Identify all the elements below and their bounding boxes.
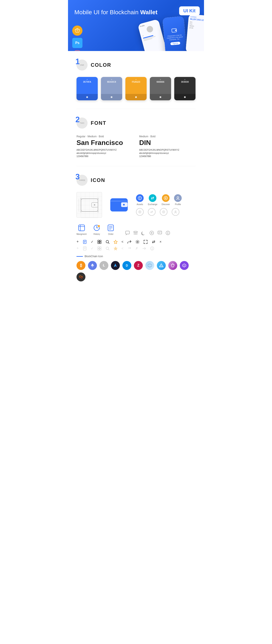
blockchain-label: BlockChain Icon	[76, 255, 196, 258]
moon-icon	[141, 230, 146, 235]
history-icon-item: ! History	[93, 224, 100, 235]
color-swatch-dark: # 303030	[174, 77, 196, 100]
discover-icon	[162, 194, 170, 202]
icon-section: 3 THREE ICON	[68, 166, 204, 290]
arrows-ghost-icon	[127, 246, 132, 250]
svg-point-36	[163, 212, 164, 212]
nav-icons-top-row: Assets Exchange Discover	[136, 194, 182, 206]
chat-bubble-icon	[125, 230, 130, 235]
sf-style-label: Regular · Medium · Bold	[76, 135, 133, 138]
font-grid: Regular · Medium · Bold San Francisco AB…	[76, 135, 196, 158]
dash-icon: D	[122, 261, 131, 270]
din-style-label: Medium · Bold	[139, 135, 196, 138]
profile-icon	[174, 194, 182, 202]
color-swatches: # 3574FA # 8DA0C8 # F5A623	[76, 77, 196, 100]
icon-section-header: 3 THREE ICON	[76, 175, 196, 186]
exchange-icon	[149, 194, 156, 202]
svg-point-17	[94, 204, 95, 206]
color-section-title: COLOR	[91, 62, 111, 68]
svg-rect-49	[126, 231, 130, 234]
svg-point-58	[168, 232, 168, 232]
phone-mockup-2: Characters may be mastered in the good m…	[162, 16, 187, 51]
font-section-title: FONT	[91, 120, 106, 126]
info-circle-icon	[166, 230, 170, 235]
doc-ghost-icon	[83, 246, 87, 250]
sf-name: San Francisco	[76, 139, 133, 147]
order-icon-item: Order	[107, 224, 114, 235]
tools-row-2: + ✓ < ✗	[76, 246, 196, 250]
construction-svg	[77, 192, 102, 218]
svg-rect-66	[100, 242, 101, 244]
ps-badge: Ps	[72, 38, 82, 48]
din-numbers: 1234567890	[139, 155, 196, 158]
grid-icon	[97, 240, 102, 244]
assets-icon-item: Assets	[136, 194, 144, 206]
svg-rect-77	[100, 249, 101, 250]
exchange-icon-item: Exchange	[148, 194, 157, 206]
swap-icon	[152, 240, 156, 244]
svg-point-84	[152, 248, 152, 248]
matic-icon	[180, 261, 189, 270]
color-swatch-slate: # 8DA0C8	[101, 77, 122, 100]
icon-section-title: ICON	[91, 177, 105, 183]
exchange-ghost-icon	[148, 208, 156, 216]
svg-point-32	[177, 196, 179, 198]
sketch-badge	[72, 26, 82, 36]
share-icon	[127, 240, 132, 244]
font-section-header: 2 TWO FONT	[76, 118, 196, 128]
icon-construction-grid	[76, 192, 102, 218]
zcoin-icon: Z	[134, 261, 143, 270]
phone-mockup-3: myWallet $6,297,502.12 BTC+5% ETH+3% WAV…	[186, 14, 204, 51]
doc-list-icon	[83, 240, 87, 244]
management-icon-item: Mangment	[76, 224, 86, 235]
profile-ghost-icon	[172, 208, 179, 216]
hero-title: Mobile UI for Blockchain Wallet	[74, 8, 198, 16]
svg-point-31	[165, 198, 166, 199]
profile-label: Profile	[175, 203, 181, 206]
svg-rect-4	[175, 30, 176, 31]
color-swatch-gray: # 666666	[150, 77, 171, 100]
history-icon: !	[93, 224, 100, 232]
svg-marker-69	[114, 240, 117, 244]
settings-icon	[135, 240, 140, 244]
layers-icon	[133, 230, 138, 235]
icon-wallet-blue	[106, 192, 132, 218]
safe-icon	[157, 261, 166, 270]
search-ghost-icon	[106, 246, 110, 250]
right-arrow-ghost-icon	[142, 246, 146, 250]
blockchain-text: BlockChain Icon	[84, 255, 103, 258]
wallet-icon-phone	[171, 27, 177, 34]
wallet-blue-svg	[110, 196, 128, 214]
color-section-number: 1 ONE	[76, 60, 88, 70]
expand-icon	[144, 240, 148, 244]
sketch-icon	[74, 28, 80, 34]
svg-point-26	[123, 204, 125, 206]
color-swatch-orange: # F5A623	[126, 77, 146, 100]
profile-icon-item: Profile	[174, 194, 182, 206]
tools-row-1: + ✓ < ×	[76, 240, 196, 244]
assets-icon	[136, 194, 144, 202]
wings-icon	[111, 261, 120, 270]
grid-ghost-icon	[97, 246, 102, 250]
plus-ghost-icon: +	[76, 246, 79, 250]
svg-marker-87	[148, 264, 152, 268]
star-icon	[114, 240, 118, 244]
sf-uppercase: ABCDEFGHIJKLMNOPQRSTUVWXYZ	[76, 149, 133, 151]
color-swatch-blue: # 3574FA	[76, 77, 98, 100]
search-icon	[106, 240, 110, 244]
svg-rect-63	[98, 240, 99, 242]
svg-line-68	[108, 242, 109, 244]
svg-rect-65	[98, 242, 99, 244]
history-label: History	[94, 233, 100, 235]
close-icon: ×	[160, 240, 162, 244]
icon-construction-row: Assets Exchange Discover	[76, 192, 196, 218]
sf-lowercase: abcdefghijklmnopqrstuvwxyz	[76, 152, 133, 154]
font-section: 2 TWO FONT Regular · Medium · Bold San F…	[68, 109, 204, 166]
svg-rect-74	[98, 247, 99, 248]
svg-rect-76	[98, 249, 99, 250]
svg-rect-64	[100, 240, 101, 242]
din-lowercase: abcdefghijklmnopqrstuvwxyz	[139, 152, 196, 154]
checkmark-icon: ✓	[91, 240, 94, 244]
left-chevron-ghost-icon: <	[122, 246, 124, 250]
assets-label: Assets	[137, 203, 143, 206]
